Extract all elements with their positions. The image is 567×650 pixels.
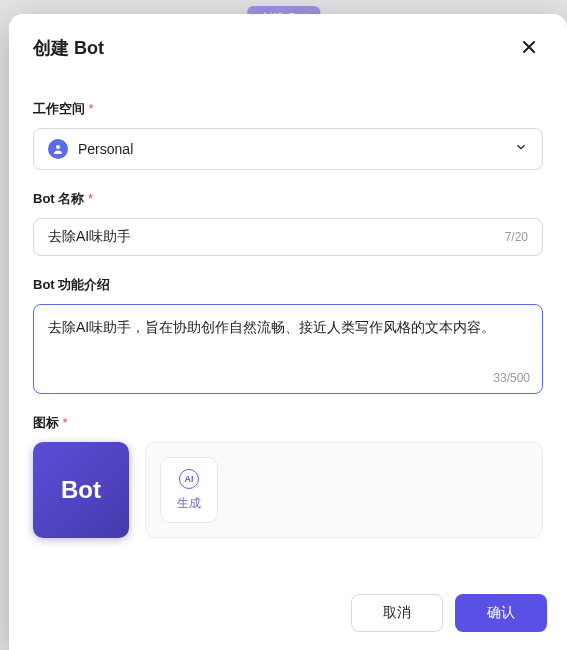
cancel-button[interactable]: 取消 <box>351 594 443 632</box>
confirm-button[interactable]: 确认 <box>455 594 547 632</box>
generate-panel: AI 生成 <box>145 442 543 538</box>
bot-name-input-wrap: 7/20 <box>33 218 543 256</box>
bot-desc-textarea[interactable] <box>48 317 528 361</box>
modal-body: 工作空间 Personal Bot 名称 7/20 Bot 功能介绍 <box>9 74 567 578</box>
workspace-label: 工作空间 <box>33 100 543 118</box>
bot-desc-textarea-wrap: 33/500 <box>33 304 543 394</box>
modal-title: 创建 Bot <box>33 36 104 60</box>
generate-label: 生成 <box>177 495 201 512</box>
bot-desc-counter: 33/500 <box>493 371 530 385</box>
ai-icon: AI <box>179 469 199 489</box>
bot-name-field: Bot 名称 7/20 <box>33 190 543 256</box>
svg-point-0 <box>56 145 60 149</box>
icon-row: Bot AI 生成 <box>33 442 543 538</box>
workspace-select[interactable]: Personal <box>33 128 543 170</box>
create-bot-modal: 创建 Bot 工作空间 Personal Bot 名称 <box>9 14 567 650</box>
icon-field: 图标 Bot AI 生成 <box>33 414 543 538</box>
workspace-field: 工作空间 Personal <box>33 100 543 170</box>
icon-preview-text: Bot <box>61 476 101 504</box>
workspace-selected: Personal <box>78 141 504 157</box>
bot-name-label: Bot 名称 <box>33 190 543 208</box>
icon-preview[interactable]: Bot <box>33 442 129 538</box>
close-icon <box>521 37 537 59</box>
user-icon <box>48 139 68 159</box>
close-button[interactable] <box>515 32 543 64</box>
bot-name-counter: 7/20 <box>505 230 528 244</box>
icon-label: 图标 <box>33 414 543 432</box>
bot-desc-label: Bot 功能介绍 <box>33 276 543 294</box>
chevron-down-icon <box>514 140 528 158</box>
modal-footer: 取消 确认 <box>9 578 567 650</box>
modal-header: 创建 Bot <box>9 14 567 74</box>
bot-desc-field: Bot 功能介绍 33/500 <box>33 276 543 394</box>
bot-name-input[interactable] <box>48 229 505 245</box>
generate-button[interactable]: AI 生成 <box>160 457 218 523</box>
